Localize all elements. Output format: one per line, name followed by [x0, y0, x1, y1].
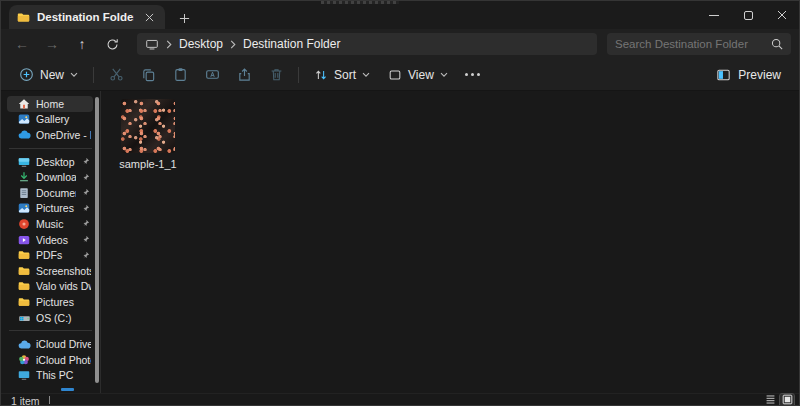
delete-icon: [269, 67, 284, 82]
new-tab-button[interactable]: [173, 7, 195, 29]
sidebar-item-label: Downloads: [36, 171, 76, 183]
sidebar-item-os-c[interactable]: OS (C:): [7, 310, 93, 326]
forward-icon: →: [45, 36, 59, 52]
sidebar-item-onedrive[interactable]: OneDrive - Persor: [7, 127, 93, 143]
sidebar-item-home[interactable]: Home: [7, 96, 93, 112]
refresh-icon: [106, 38, 119, 51]
sidebar-item-label: Desktop: [36, 156, 76, 168]
search-box[interactable]: [607, 33, 791, 55]
pin-icon: [81, 235, 91, 244]
tab-label: Destination Folder: [37, 11, 134, 23]
view-icon: [388, 68, 402, 82]
folder-icon: [17, 11, 30, 24]
delete-button[interactable]: [261, 63, 291, 87]
title-bar: Destination Folder: [1, 1, 799, 29]
folder-icon: [18, 296, 31, 308]
sidebar-item-label: OS (C:): [36, 312, 91, 324]
sidebar-item-label: Documents: [36, 187, 76, 199]
sidebar-item-valo-vids-dwai[interactable]: Valo vids Dwai: [7, 279, 93, 295]
sidebar-item-pdfs[interactable]: PDFs: [7, 247, 93, 263]
this-pc-icon: [18, 369, 31, 381]
music-icon: [18, 218, 31, 230]
paste-button[interactable]: [165, 63, 195, 87]
sidebar-item-pictures-folder[interactable]: Pictures: [7, 294, 93, 310]
sort-icon: [314, 68, 328, 82]
sidebar-item-icloud-drive[interactable]: iCloud Drive: [7, 336, 93, 352]
status-bar: 1 item: [1, 393, 799, 405]
onedrive-icon: [18, 129, 31, 140]
minimize-icon: [709, 15, 719, 16]
sidebar-item-label: Videos: [36, 234, 76, 246]
sidebar-item-music[interactable]: Music: [7, 216, 93, 232]
thumbnail-view-icon: [782, 394, 793, 405]
sort-button[interactable]: Sort: [306, 63, 378, 87]
preview-button[interactable]: Preview: [708, 63, 789, 87]
address-bar[interactable]: Desktop Destination Folder: [137, 33, 597, 55]
downloads-icon: [18, 171, 31, 183]
content-area: Home Gallery OneDrive - Persor Desktop D…: [1, 91, 799, 393]
drive-icon: [18, 312, 31, 324]
new-plus-icon: [19, 67, 34, 82]
sidebar-item-gallery[interactable]: Gallery: [7, 112, 93, 128]
breadcrumb-desktop[interactable]: Desktop: [179, 37, 223, 51]
sidebar-item-this-pc[interactable]: This PC: [7, 368, 93, 384]
monitor-icon: [145, 38, 159, 51]
cut-icon: [109, 67, 124, 82]
sidebar-item-label: OneDrive - Persor: [36, 129, 91, 141]
new-button[interactable]: New: [11, 62, 86, 87]
pin-icon: [81, 157, 91, 166]
sidebar-item-label: Screenshots: [36, 265, 91, 277]
pin-icon: [81, 204, 91, 213]
minimize-button[interactable]: [697, 1, 731, 29]
maximize-button[interactable]: [731, 1, 765, 29]
back-icon: ←: [15, 36, 29, 52]
copy-icon: [141, 67, 156, 82]
more-icon: [465, 73, 480, 76]
rename-button[interactable]: [197, 63, 227, 87]
close-window-button[interactable]: [765, 1, 799, 29]
up-button[interactable]: ↑: [69, 32, 95, 56]
share-button[interactable]: [229, 63, 259, 87]
sidebar-item-label: This PC: [36, 369, 91, 381]
paste-icon: [173, 67, 188, 82]
sidebar-item-label: iCloud Photos: [36, 354, 91, 366]
more-options-button[interactable]: [458, 63, 488, 87]
chevron-down-icon: [362, 72, 370, 78]
close-icon: [777, 10, 787, 20]
sidebar-scrollbar[interactable]: [95, 97, 99, 383]
copy-button[interactable]: [133, 63, 163, 87]
preview-pane-icon: [716, 68, 731, 82]
sidebar-item-icloud-photos[interactable]: iCloud Photos: [7, 352, 93, 368]
sidebar-item-label: Valo vids Dwai: [36, 280, 91, 292]
file-list[interactable]: sample-1_1: [101, 91, 799, 393]
refresh-button[interactable]: [99, 32, 125, 56]
file-item[interactable]: sample-1_1: [115, 99, 181, 170]
thumbnail-view-button[interactable]: [780, 394, 794, 406]
folder-icon: [18, 280, 31, 292]
view-button-label: View: [408, 68, 434, 82]
back-button[interactable]: ←: [9, 32, 35, 56]
clipped-sidebar-item: [61, 388, 74, 391]
close-tab-button[interactable]: [141, 9, 157, 25]
view-button[interactable]: View: [380, 63, 456, 87]
chevron-right-icon: [230, 40, 236, 49]
gallery-icon: [18, 113, 31, 125]
breadcrumb-destination-folder[interactable]: Destination Folder: [243, 37, 340, 51]
sidebar-item-pictures[interactable]: Pictures: [7, 201, 93, 217]
sidebar-item-downloads[interactable]: Downloads: [7, 169, 93, 185]
sidebar-item-desktop[interactable]: Desktop: [7, 154, 93, 170]
list-view-button[interactable]: [763, 394, 777, 406]
sidebar-item-screenshots[interactable]: Screenshots: [7, 263, 93, 279]
cut-button[interactable]: [101, 63, 131, 87]
tab-destination-folder[interactable]: Destination Folder: [9, 5, 165, 29]
file-explorer-window: Destination Folder ← → ↑: [0, 0, 800, 406]
sidebar-divider: [9, 330, 92, 331]
icloud-drive-icon: [18, 339, 31, 350]
maximize-icon: [744, 11, 753, 20]
item-count: 1 item: [11, 395, 40, 406]
forward-button[interactable]: →: [39, 32, 65, 56]
sidebar-item-documents[interactable]: Documents: [7, 185, 93, 201]
sidebar-item-videos[interactable]: Videos: [7, 232, 93, 248]
search-input[interactable]: [615, 38, 771, 50]
sidebar-item-label: iCloud Drive: [36, 338, 91, 350]
